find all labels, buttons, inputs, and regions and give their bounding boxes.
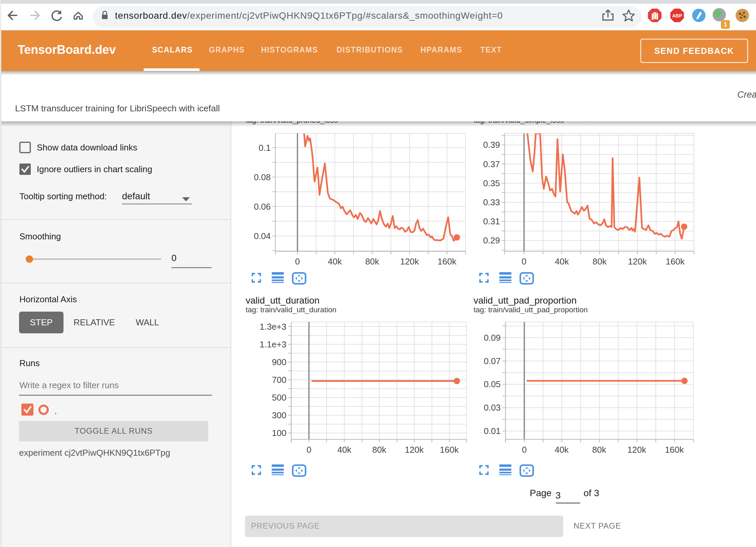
svg-text:LSTM transducer training for L: LSTM transducer training for LibriSpeech… xyxy=(15,103,220,113)
svg-text:160k: 160k xyxy=(665,445,684,455)
svg-text:NEXT PAGE: NEXT PAGE xyxy=(574,521,621,530)
svg-text:0.39: 0.39 xyxy=(483,140,500,150)
svg-text:GRAPHS: GRAPHS xyxy=(209,45,245,54)
svg-text:TEXT: TEXT xyxy=(480,45,502,54)
svg-text:40k: 40k xyxy=(337,445,352,455)
svg-text:0.35: 0.35 xyxy=(483,178,500,188)
svg-text:Show data download links: Show data download links xyxy=(37,142,137,152)
svg-text:valid_utt_pad_proportion: valid_utt_pad_proportion xyxy=(474,295,577,306)
svg-text:40k: 40k xyxy=(555,256,569,266)
svg-text:120k: 120k xyxy=(405,445,424,455)
svg-text:tag: train/valid_utt_duration: tag: train/valid_utt_duration xyxy=(246,306,336,314)
svg-text:1.3e+3: 1.3e+3 xyxy=(260,322,286,332)
svg-text:WALL: WALL xyxy=(136,317,159,327)
svg-text:0: 0 xyxy=(522,256,526,266)
svg-text:Tooltip sorting method:: Tooltip sorting method: xyxy=(19,191,107,201)
svg-text:700: 700 xyxy=(272,375,286,385)
svg-text:Ignore outliers in chart scali: Ignore outliers in chart scaling xyxy=(37,164,152,174)
svg-text:120k: 120k xyxy=(400,256,419,266)
svg-text:0.1: 0.1 xyxy=(259,143,271,153)
svg-text:tensorboard.dev/experiment/cj2: tensorboard.dev/experiment/cj2vtPiwQHKN9… xyxy=(115,10,503,21)
svg-text:80k: 80k xyxy=(592,445,607,455)
svg-text:Page: Page xyxy=(530,488,551,498)
svg-text:3: 3 xyxy=(555,490,561,501)
svg-text:Horizontal Axis: Horizontal Axis xyxy=(19,294,77,304)
svg-text:ABP: ABP xyxy=(672,13,682,18)
svg-text:of 3: of 3 xyxy=(584,488,599,498)
svg-text:Runs: Runs xyxy=(19,358,40,368)
svg-text:RELATIVE: RELATIVE xyxy=(74,317,115,327)
svg-text:0: 0 xyxy=(522,445,526,455)
svg-text:80k: 80k xyxy=(593,256,607,266)
svg-text:160k: 160k xyxy=(666,256,685,266)
svg-text:valid_utt_duration: valid_utt_duration xyxy=(246,295,320,306)
svg-text:1.1e+3: 1.1e+3 xyxy=(260,339,286,349)
svg-text:40k: 40k xyxy=(554,445,569,455)
svg-text:0.08: 0.08 xyxy=(254,172,271,182)
svg-text:0.33: 0.33 xyxy=(483,197,500,207)
svg-text:Smoothing: Smoothing xyxy=(19,231,61,241)
svg-text:160k: 160k xyxy=(440,445,459,455)
svg-text:120k: 120k xyxy=(627,445,646,455)
svg-text:300: 300 xyxy=(272,410,286,420)
svg-text:PREVIOUS PAGE: PREVIOUS PAGE xyxy=(251,521,320,530)
svg-text:160k: 160k xyxy=(437,256,457,266)
svg-text:0: 0 xyxy=(295,256,300,266)
svg-text:80k: 80k xyxy=(372,445,387,455)
svg-text:DISTRIBUTIONS: DISTRIBUTIONS xyxy=(337,45,403,54)
svg-text:SCALARS: SCALARS xyxy=(152,45,193,54)
svg-text:tag: train/valid_utt_pad_propo: tag: train/valid_utt_pad_proportion xyxy=(474,306,588,314)
svg-text:80k: 80k xyxy=(365,256,380,266)
svg-text:900: 900 xyxy=(272,357,286,367)
svg-text:experiment cj2vtPiwQHKN9Q1tx6P: experiment cj2vtPiwQHKN9Q1tx6PTpg xyxy=(19,448,170,458)
svg-text:40k: 40k xyxy=(328,256,342,266)
svg-text:default: default xyxy=(122,191,150,201)
svg-text:0.01: 0.01 xyxy=(484,426,501,436)
svg-text:0.07: 0.07 xyxy=(484,356,501,366)
svg-text:SEND FEEDBACK: SEND FEEDBACK xyxy=(654,46,734,56)
svg-text:1: 1 xyxy=(724,21,727,28)
svg-text:0.06: 0.06 xyxy=(254,202,271,212)
svg-text:Write a regex to filter runs: Write a regex to filter runs xyxy=(19,380,119,390)
svg-text:Crea: Crea xyxy=(737,90,756,100)
svg-text:TensorBoard.dev: TensorBoard.dev xyxy=(18,43,116,57)
svg-text:120k: 120k xyxy=(628,256,647,266)
svg-text:500: 500 xyxy=(272,393,286,403)
svg-text:STEP: STEP xyxy=(30,317,53,327)
svg-text:0: 0 xyxy=(306,445,311,455)
svg-text:HPARAMS: HPARAMS xyxy=(420,45,462,54)
svg-text:HISTOGRAMS: HISTOGRAMS xyxy=(261,45,318,54)
svg-text:0.31: 0.31 xyxy=(483,216,500,226)
svg-text:100: 100 xyxy=(272,428,286,438)
svg-text:.: . xyxy=(54,406,57,416)
svg-text:0.05: 0.05 xyxy=(484,379,501,389)
svg-text:TOGGLE ALL RUNS: TOGGLE ALL RUNS xyxy=(75,426,152,435)
svg-text:0.37: 0.37 xyxy=(483,159,500,169)
svg-text:0: 0 xyxy=(171,253,176,263)
svg-text:0.09: 0.09 xyxy=(484,333,501,343)
svg-text:0.29: 0.29 xyxy=(483,235,500,245)
svg-text:0.03: 0.03 xyxy=(484,403,501,413)
svg-text:0.04: 0.04 xyxy=(254,231,271,241)
